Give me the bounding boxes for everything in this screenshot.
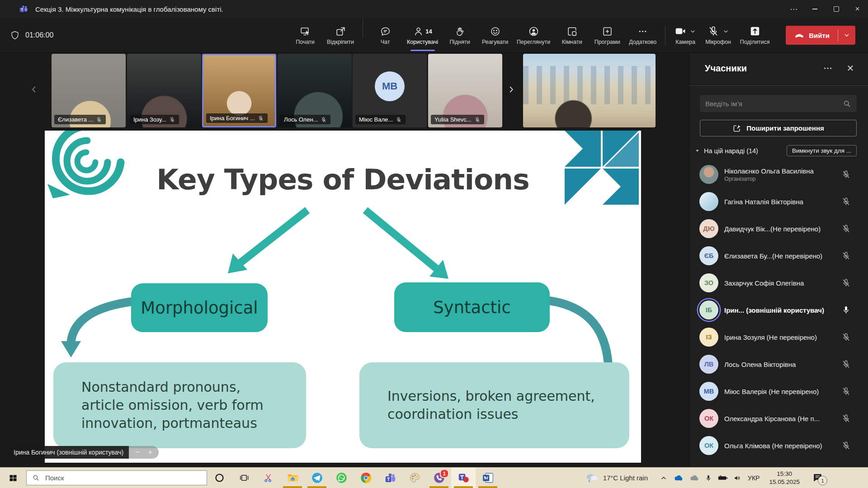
filmstrip-next-button[interactable] xyxy=(505,80,517,99)
taskbar-search-input[interactable] xyxy=(44,474,207,482)
section-collapse-caret[interactable] xyxy=(695,148,700,153)
toolbar-button-more[interactable]: Додатково xyxy=(625,18,660,52)
zoom-out-button[interactable]: − xyxy=(135,448,140,457)
participants-close-button[interactable]: ✕ xyxy=(844,62,856,74)
participant-count-badge: 14 xyxy=(425,28,432,35)
taskbar-app-whatsapp[interactable] xyxy=(329,468,354,488)
participant-row[interactable]: ІЗІрина Зозуля (Не перевірено) xyxy=(689,324,868,351)
mic-muted-icon[interactable] xyxy=(841,197,851,206)
taskbar-weather[interactable]: 17°C Light rain xyxy=(585,472,648,483)
video-tile-6[interactable]: Yuliia Shevc... xyxy=(428,54,502,127)
notification-center-button[interactable]: 1 xyxy=(808,468,826,488)
mic-muted-icon[interactable] xyxy=(841,278,851,288)
participant-row[interactable]: ДЮДавидчук Вік...(Не перевірено) xyxy=(689,215,868,242)
onedrive-icon[interactable] xyxy=(673,474,683,482)
participant-row[interactable]: ЛВЛось Олена Вікторівна xyxy=(689,351,868,378)
battery-icon[interactable] xyxy=(718,474,728,482)
mic-muted-icon[interactable] xyxy=(841,251,851,261)
participants-search[interactable] xyxy=(700,95,857,112)
mic-devices-chevron[interactable] xyxy=(722,28,729,35)
chevron-left-icon xyxy=(29,84,39,94)
shared-presentation-slide: Key Types of Deviations Morphological Sy… xyxy=(45,131,641,463)
leave-options-chevron[interactable] xyxy=(838,32,855,39)
window-title: Секція 3. Міжкультурна комунікація в гло… xyxy=(35,5,223,13)
participants-search-input[interactable] xyxy=(700,100,843,108)
taskbar-app-teams-classic[interactable] xyxy=(378,468,402,488)
meeting-stage: Єлизавета ...Ірина Зозу...Ірина Богинич … xyxy=(0,52,689,468)
mic-muted-icon[interactable] xyxy=(841,333,851,342)
toolbar-divider xyxy=(665,25,665,45)
mute-all-button[interactable]: Вимкнути звук для ... xyxy=(787,145,857,156)
camera-button[interactable]: Камера xyxy=(670,25,701,45)
start-button[interactable] xyxy=(0,468,26,488)
video-tile-1[interactable]: Єлизавета ... xyxy=(52,54,126,127)
video-tile-3[interactable]: Ірина Богинич ... xyxy=(202,54,276,127)
leave-button[interactable]: Вийти xyxy=(786,26,855,45)
share-invite-button[interactable]: Поширити запрошення xyxy=(700,120,857,136)
language-indicator[interactable]: УКР xyxy=(748,474,760,482)
tray-mic-icon[interactable] xyxy=(705,474,712,482)
participant-row[interactable]: ОКОльга Клімова (Не перевірено) xyxy=(689,432,868,459)
chrome-icon xyxy=(360,472,372,484)
taskview-button[interactable] xyxy=(231,468,256,488)
snip-button[interactable] xyxy=(256,468,280,488)
share-button[interactable]: Поділитися xyxy=(736,25,774,45)
toolbar-button-chat[interactable]: Чат xyxy=(368,18,403,52)
volume-icon[interactable] xyxy=(734,474,741,482)
window-more-button[interactable]: ⋯ xyxy=(783,0,804,18)
toolbar-button-rooms[interactable]: Кімнати xyxy=(554,18,590,52)
participant-row[interactable]: ІБІрин... (зовнішній користувач) xyxy=(689,296,868,324)
toolbar-button-react[interactable]: Реагувати xyxy=(477,18,513,52)
window-close-button[interactable]: × xyxy=(847,0,868,18)
taskbar-app-teams-new[interactable] xyxy=(451,468,476,488)
timer-value: 01:06:00 xyxy=(25,31,53,39)
cloud-sync-icon[interactable] xyxy=(689,474,699,482)
cortana-button[interactable] xyxy=(207,468,231,488)
video-tile-4[interactable]: Лось Олен... xyxy=(278,54,352,127)
taskbar-app-word[interactable] xyxy=(476,468,500,488)
participant-row[interactable]: Гагіна Наталія Вікторівна xyxy=(689,188,868,215)
zoom-in-button[interactable]: + xyxy=(148,448,152,457)
participant-row[interactable]: Ніколаєнко Ольга ВасилівнаОрганізатор xyxy=(689,161,868,188)
taskbar-app-telegram[interactable] xyxy=(305,468,329,488)
taskbar-app-viber[interactable]: 1 xyxy=(427,468,451,488)
presenter-label: Ірина Богинич (зовнішній користувач) − + xyxy=(8,446,159,459)
mic-muted-icon[interactable] xyxy=(841,224,851,234)
participant-row[interactable]: ЗОЗахарчук Софія Олегівна xyxy=(689,269,868,296)
toolbar-button-start[interactable]: Почати xyxy=(288,18,323,52)
participants-more-button[interactable] xyxy=(822,62,834,74)
video-tile-5[interactable]: MBМіюс Вале... xyxy=(353,54,427,127)
taskbar-search[interactable] xyxy=(26,470,207,485)
taskbar-app-explorer[interactable] xyxy=(280,468,305,488)
running-indicator xyxy=(283,486,302,488)
notification-badge: 1 xyxy=(818,476,827,485)
toolbar-button-people[interactable]: 14Користувачі xyxy=(403,18,442,52)
toolbar-button-raise[interactable]: Підняти xyxy=(442,18,477,52)
toolbar-button-view[interactable]: Переглянути xyxy=(513,18,554,52)
whatsapp-icon xyxy=(335,472,348,484)
participant-row[interactable]: МВМіюс Валерія (Не перевірено) xyxy=(689,378,868,405)
window-minimize-button[interactable] xyxy=(804,0,826,18)
mic-button[interactable]: Мікрофон xyxy=(701,25,736,45)
slide-box-morphological: Morphological xyxy=(131,283,268,332)
spotlight-video-tile[interactable] xyxy=(523,54,656,127)
mic-muted-icon[interactable] xyxy=(841,360,851,369)
mic-muted-icon[interactable] xyxy=(841,414,851,423)
toolbar-button-label: Користувачі xyxy=(407,39,438,45)
filmstrip-prev-button[interactable] xyxy=(28,80,40,99)
mic-muted-icon[interactable] xyxy=(841,387,851,396)
camera-devices-chevron[interactable] xyxy=(689,28,696,35)
mic-muted-icon[interactable] xyxy=(841,170,851,179)
mic-active-icon[interactable] xyxy=(841,305,851,315)
mic-muted-icon[interactable] xyxy=(841,441,851,450)
window-maximize-button[interactable] xyxy=(826,0,847,18)
participant-row[interactable]: ОКОлександра Кірсанова (Не п... xyxy=(689,405,868,432)
toolbar-button-unpin[interactable]: Відкріпити xyxy=(323,18,358,52)
hidden-icons-chevron[interactable] xyxy=(660,474,667,482)
taskbar-app-chrome[interactable] xyxy=(354,468,378,488)
taskbar-clock[interactable]: 15:30 15.05.2025 xyxy=(769,470,800,486)
taskbar-app-paint[interactable] xyxy=(402,468,427,488)
video-tile-2[interactable]: Ірина Зозу... xyxy=(127,54,201,127)
participant-row[interactable]: ЄБЄлизавета Бу...(Не перевірено) xyxy=(689,242,868,269)
toolbar-button-apps[interactable]: Програми xyxy=(590,18,625,52)
